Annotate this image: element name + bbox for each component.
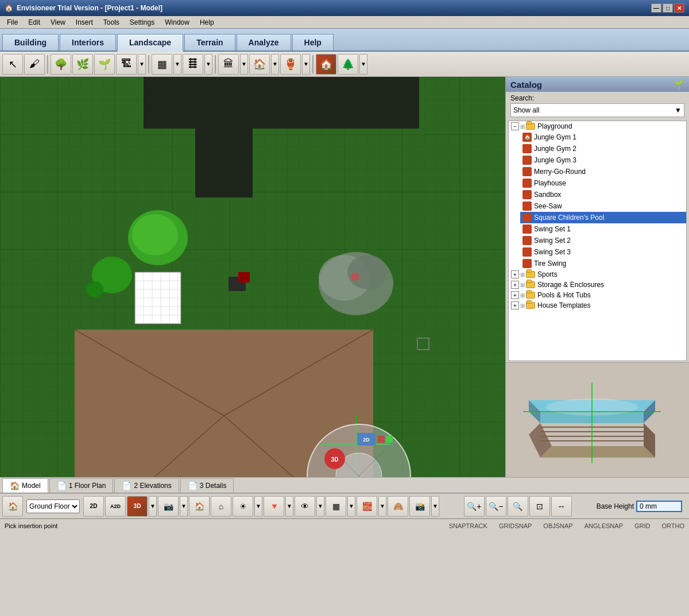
landscape-extra-arrow[interactable]: ▼ <box>359 54 367 75</box>
menu-file[interactable]: File <box>2 17 22 28</box>
folder-playground[interactable]: − ⊞ Playground <box>509 121 686 131</box>
filter-button[interactable]: 🔻 <box>264 496 284 517</box>
eye-arrow[interactable]: ▼ <box>316 496 324 517</box>
tab-terrain[interactable]: Terrain <box>184 34 235 51</box>
fence-button[interactable]: 🏗 <box>116 54 137 75</box>
folder-house-templates[interactable]: + ⊞ House Templates <box>509 300 686 311</box>
tab-building[interactable]: Building <box>2 34 59 51</box>
scroll-button[interactable]: ↔ <box>551 496 572 517</box>
zoom-fit-button[interactable]: ⊡ <box>529 496 550 517</box>
folder-pools[interactable]: + ⊞ Pools & Hot Tubs <box>509 290 686 300</box>
outdoor-furniture-button[interactable]: 🏠 <box>249 54 270 75</box>
maximize-button[interactable]: □ <box>663 3 673 13</box>
sun-arrow[interactable]: ▼ <box>254 496 262 517</box>
3d-view-button[interactable]: 3D <box>127 496 148 517</box>
shrub-tool-button[interactable]: 🌿 <box>72 54 93 75</box>
folder-storage[interactable]: + ⊞ Storage & Enclosures <box>509 280 686 290</box>
item-square-childrens-pool[interactable]: Square Children's Pool <box>520 212 686 223</box>
path-arrow[interactable]: ▼ <box>204 54 212 75</box>
tab-details[interactable]: 📄 3 Details <box>180 478 234 493</box>
title-controls[interactable]: — □ ✕ <box>651 3 684 13</box>
tab-help[interactable]: Help <box>292 34 334 51</box>
house-templates-expand-btn[interactable]: + <box>511 301 519 309</box>
landscape-object-arrow[interactable]: ▼ <box>302 54 310 75</box>
status-message: Pick insertion point <box>5 522 57 529</box>
item-sandbox[interactable]: Sandbox <box>520 189 686 200</box>
item-swing-set-2[interactable]: Swing Set 2 <box>520 235 686 246</box>
home-button[interactable]: 🏠 <box>189 496 210 517</box>
item-jungle-gym-2[interactable]: Jungle Gym 2 <box>520 143 686 154</box>
floor-dropdown[interactable]: Ground Floor <box>26 499 80 513</box>
camera2-button[interactable]: 📸 <box>409 496 430 517</box>
item-jungle-gym-1[interactable]: 🏠 Jungle Gym 1 <box>520 131 686 143</box>
minimize-button[interactable]: — <box>651 3 661 13</box>
deck-arrow[interactable]: ▼ <box>173 54 181 75</box>
camera-arrow[interactable]: ▼ <box>180 496 188 517</box>
house-3d-button[interactable]: ⌂ <box>211 496 231 517</box>
item-swing-set-3[interactable]: Swing Set 3 <box>520 246 686 258</box>
landscape-extra-button[interactable]: 🌲 <box>338 54 358 75</box>
path-button[interactable]: 🛤 <box>183 54 203 75</box>
sun-button[interactable]: ☀ <box>233 496 253 517</box>
svg-rect-3 <box>144 77 419 129</box>
menu-view[interactable]: View <box>46 17 70 28</box>
zoom-controls: 🔍+ 🔍− 🔍 ⊡ ↔ <box>464 496 572 517</box>
fence-arrow[interactable]: ▼ <box>138 54 146 75</box>
item-swing-set-1[interactable]: Swing Set 1 <box>520 223 686 235</box>
wall-arrow[interactable]: ▼ <box>378 496 386 517</box>
eye-button[interactable]: 👁 <box>295 496 315 517</box>
fence-status-arrow[interactable]: ▼ <box>347 496 355 517</box>
outdoor-structure-arrow[interactable]: ▼ <box>240 54 248 75</box>
base-height-input[interactable] <box>636 501 682 512</box>
folder-sports[interactable]: + ⊞ Sports <box>509 269 686 280</box>
tab-interiors[interactable]: Interiors <box>60 34 116 51</box>
item-see-saw[interactable]: See-Saw <box>520 200 686 212</box>
canvas-area[interactable]: 3D 2D ✋ <box>0 77 505 477</box>
floor-plan-mini-icon[interactable]: 🏠 <box>2 496 23 517</box>
catalog-tree[interactable]: − ⊞ Playground 🏠 Jungle Gym 1 Jungle Gym… <box>508 121 687 361</box>
zoom-search-button[interactable]: 🔍 <box>508 496 528 517</box>
sports-expand-btn[interactable]: + <box>511 270 519 278</box>
item-jungle-gym-3[interactable]: Jungle Gym 3 <box>520 154 686 166</box>
ground-cover-button[interactable]: 🌱 <box>94 54 115 75</box>
menu-window[interactable]: Window <box>160 17 194 28</box>
fence-status-button[interactable]: ▦ <box>326 496 346 517</box>
landscape-object-button[interactable]: 🏺 <box>280 54 301 75</box>
3d-arrow[interactable]: ▼ <box>149 496 157 517</box>
storage-expand-btn[interactable]: + <box>511 281 519 289</box>
tab-model[interactable]: 🏠 Model <box>2 478 48 493</box>
pools-expand-btn[interactable]: + <box>511 291 519 299</box>
menu-tools[interactable]: Tools <box>99 17 124 28</box>
a2d-view-button[interactable]: A2D <box>105 496 126 517</box>
menu-edit[interactable]: Edit <box>24 17 45 28</box>
filter-arrow[interactable]: ▼ <box>285 496 293 517</box>
search-dropdown[interactable]: Show all ▼ <box>510 103 684 117</box>
tab-elevations[interactable]: 📄 2 Elevations <box>114 478 179 493</box>
menu-insert[interactable]: Insert <box>71 17 98 28</box>
camera-button[interactable]: 📷 <box>158 496 179 517</box>
outdoor-structure-button[interactable]: 🏛 <box>218 54 239 75</box>
paint-tool-button[interactable]: 🖌 <box>24 54 45 75</box>
close-button[interactable]: ✕ <box>674 3 684 13</box>
deck-button[interactable]: ▦ <box>152 54 172 75</box>
menu-settings[interactable]: Settings <box>125 17 159 28</box>
tab-floor-plan[interactable]: 📄 1 Floor Plan <box>49 478 114 493</box>
zoom-out-button[interactable]: 🔍− <box>486 496 506 517</box>
item-playhouse[interactable]: Playhouse <box>520 177 686 189</box>
camera2-arrow[interactable]: ▼ <box>431 496 439 517</box>
active-object-button[interactable]: 🏠 <box>316 54 336 75</box>
2d-view-button[interactable]: 2D <box>83 496 104 517</box>
zoom-in-button[interactable]: 🔍+ <box>464 496 485 517</box>
hide-button[interactable]: 🙈 <box>388 496 408 517</box>
select-tool-button[interactable]: ↖ <box>2 54 23 75</box>
playground-expand-btn[interactable]: − <box>511 122 519 130</box>
wall-button[interactable]: 🧱 <box>357 496 377 517</box>
item-merry-go-round[interactable]: Merry-Go-Round <box>520 166 686 177</box>
tab-landscape[interactable]: Landscape <box>117 34 183 52</box>
outdoor-furniture-arrow[interactable]: ▼ <box>271 54 279 75</box>
item-tire-swing[interactable]: Tire Swing <box>520 258 686 269</box>
menu-help[interactable]: Help <box>195 17 219 28</box>
tab-analyze[interactable]: Analyze <box>237 34 291 51</box>
tree-tool-button[interactable]: 🌳 <box>51 54 71 75</box>
floor-selector: Ground Floor <box>26 499 80 513</box>
